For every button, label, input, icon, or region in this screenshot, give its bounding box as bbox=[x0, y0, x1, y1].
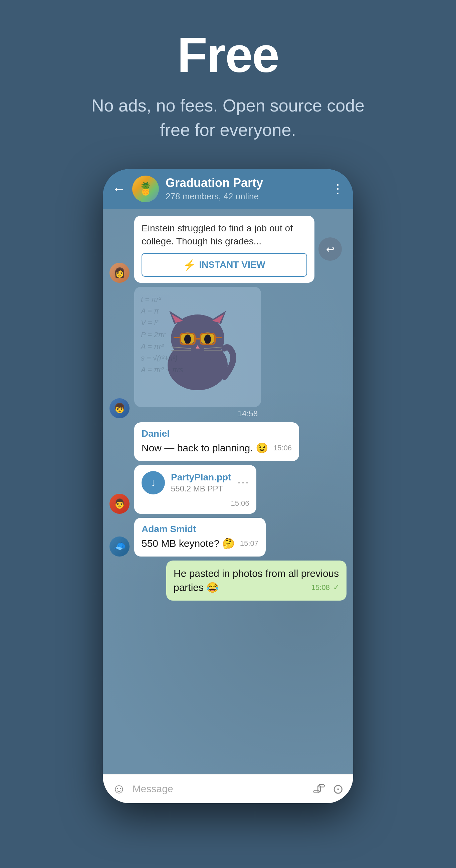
instant-view-card: Einstein struggled to find a job out of … bbox=[134, 216, 314, 283]
message-sender: Daniel bbox=[142, 428, 292, 439]
attach-button[interactable]: 🖇 bbox=[312, 781, 326, 796]
message-time: 15:07 bbox=[240, 538, 259, 549]
emoji-button[interactable]: ☺ bbox=[112, 781, 126, 796]
more-options-icon[interactable]: ⋮ bbox=[332, 182, 344, 196]
sticker-image: t = πr² A = π V = l² P = 2πr A = πr² s =… bbox=[134, 287, 261, 407]
chat-members: 278 members, 42 online bbox=[165, 191, 325, 202]
bolt-icon: ⚡ bbox=[183, 259, 195, 271]
download-button[interactable]: ↓ bbox=[142, 471, 165, 494]
math-background: t = πr² A = π V = l² P = 2πr A = πr² s =… bbox=[134, 287, 261, 407]
message-sender: Adam Smidt bbox=[142, 524, 259, 534]
own-message-bubble: He pasted in photos from all previous pa… bbox=[166, 561, 346, 600]
instant-view-button[interactable]: ⚡ INSTANT VIEW bbox=[142, 253, 307, 277]
avatar: 🧢 bbox=[110, 536, 129, 557]
file-name: PartyPlan.ppt bbox=[171, 472, 231, 483]
read-checkmark: ✓ bbox=[333, 583, 339, 592]
file-more-icon[interactable]: ⋯ bbox=[237, 476, 249, 490]
avatar: 👩 bbox=[110, 263, 129, 283]
message-input[interactable]: Message bbox=[132, 783, 306, 795]
message-time: 15:06 bbox=[231, 499, 249, 508]
table-row: 🧢 Adam Smidt 550 MB keynote? 🤔 15:07 bbox=[110, 518, 346, 557]
chat-name: Graduation Party bbox=[165, 176, 325, 190]
hero-title: Free bbox=[177, 27, 279, 84]
file-row: ↓ PartyPlan.ppt 550.2 MB PPT ⋯ bbox=[142, 471, 249, 494]
file-bubble: ↓ PartyPlan.ppt 550.2 MB PPT ⋯ 15:06 bbox=[134, 465, 256, 514]
message-input-bar: ☺ Message 🖇 ⊙ bbox=[103, 774, 353, 803]
iv-button-label: INSTANT VIEW bbox=[199, 259, 265, 270]
chat-info: Graduation Party 278 members, 42 online bbox=[165, 176, 325, 202]
share-button[interactable]: ↩ bbox=[318, 237, 342, 261]
hero-subtitle: No ads, no fees. Open source code free f… bbox=[78, 93, 378, 142]
table-row: 👨 ↓ PartyPlan.ppt 550.2 MB PPT ⋯ 15:06 bbox=[110, 465, 346, 514]
sticker-time: 14:58 bbox=[238, 409, 261, 418]
message-time: 15:08 ✓ bbox=[311, 583, 339, 593]
table-row: Daniel Now — back to planning. 😉 15:06 bbox=[110, 422, 346, 461]
message-time: 15:06 bbox=[273, 443, 292, 453]
table-row: He pasted in photos from all previous pa… bbox=[110, 561, 346, 600]
message-text: Now — back to planning. 😉 15:06 bbox=[142, 441, 292, 455]
chat-body: 👩 Einstein struggled to find a job out o… bbox=[103, 209, 353, 774]
phone-mockup: ← 🍍 Graduation Party 278 members, 42 onl… bbox=[103, 169, 353, 803]
message-bubble: Adam Smidt 550 MB keynote? 🤔 15:07 bbox=[134, 518, 266, 557]
avatar: 👨 bbox=[110, 494, 129, 514]
camera-button[interactable]: ⊙ bbox=[333, 781, 344, 797]
group-avatar: 🍍 bbox=[132, 176, 159, 202]
sticker-message: t = πr² A = π V = l² P = 2πr A = πr² s =… bbox=[134, 287, 264, 418]
file-size: 550.2 MB PPT bbox=[171, 484, 231, 493]
file-info: PartyPlan.ppt 550.2 MB PPT bbox=[171, 472, 231, 493]
table-row: 👦 t = πr² A = π V = l² P = 2πr A = πr² s… bbox=[110, 287, 346, 418]
message-text: 550 MB keynote? 🤔 15:07 bbox=[142, 536, 259, 551]
back-button[interactable]: ← bbox=[112, 181, 125, 196]
iv-preview-text: Einstein struggled to find a job out of … bbox=[142, 222, 307, 248]
table-row: 👩 Einstein struggled to find a job out o… bbox=[110, 216, 346, 283]
avatar: 👦 bbox=[110, 398, 129, 418]
chat-header: ← 🍍 Graduation Party 278 members, 42 onl… bbox=[103, 169, 353, 209]
message-text: He pasted in photos from all previous pa… bbox=[174, 566, 339, 595]
message-bubble: Daniel Now — back to planning. 😉 15:06 bbox=[134, 422, 299, 461]
